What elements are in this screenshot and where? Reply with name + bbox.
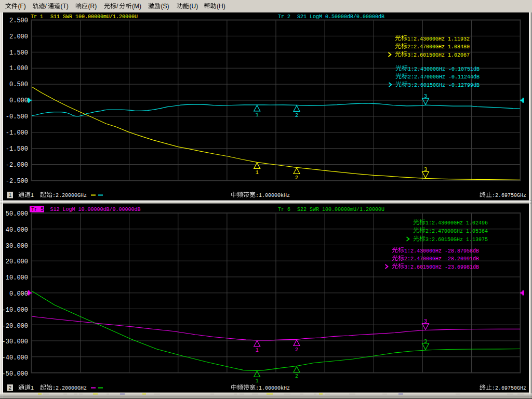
svg-text:2: 2: [295, 347, 298, 353]
svg-text:-10.000: -10.000: [2, 307, 28, 314]
svg-text:2: 2: [8, 385, 11, 391]
svg-text:2: 2: [295, 113, 298, 118]
svg-text:-2.000: -2.000: [6, 162, 28, 169]
svg-text:0.000: 0.000: [9, 290, 28, 298]
svg-text:2: 2: [295, 175, 298, 181]
svg-text:-50.000: -50.000: [2, 370, 28, 378]
svg-text:(T): (T): [61, 3, 69, 10]
svg-text:1: 1: [31, 193, 34, 198]
svg-text:S12 LogM 10.00000dB/0.00000dB: S12 LogM 10.00000dB/0.00000dB: [50, 207, 141, 212]
svg-text:-30.000: -30.000: [2, 338, 28, 345]
svg-text:1: 1: [8, 193, 11, 198]
svg-text:(H): (H): [217, 3, 225, 10]
svg-text:(F): (F): [18, 3, 26, 10]
svg-text:20.000: 20.000: [6, 258, 28, 265]
svg-text:1: 1: [256, 170, 259, 176]
svg-text:1:2.43000GHz -0.10751dB: 1:2.43000GHz -0.10751dB: [408, 66, 480, 72]
svg-text:1: 1: [256, 348, 259, 353]
svg-text:Tr 6: Tr 6: [278, 207, 290, 212]
svg-text:-20.000: -20.000: [2, 323, 28, 330]
svg-text:-0.500: -0.500: [6, 113, 28, 121]
svg-text:30.000: 30.000: [6, 243, 28, 250]
svg-text::1.00000kHz: :1.00000kHz: [256, 193, 290, 198]
svg-text::2.69750GHz: :2.69750GHz: [492, 385, 526, 391]
svg-text:2:2.47000GHz -28.20991dB: 2:2.47000GHz -28.20991dB: [404, 256, 479, 262]
svg-text:3:2.60150GHz -23.69981dB: 3:2.60150GHz -23.69981dB: [404, 264, 479, 270]
svg-text:-2.500: -2.500: [6, 178, 28, 185]
svg-text:S11 SWR 100.00000mU/1.20000U: S11 SWR 100.00000mU/1.20000U: [50, 14, 138, 20]
svg-text:(U): (U): [190, 3, 198, 10]
svg-text:2:2.47000GHz 1.05364: 2:2.47000GHz 1.05364: [425, 229, 488, 234]
svg-text:1.500: 1.500: [9, 49, 28, 57]
svg-text:10.000: 10.000: [6, 274, 28, 282]
svg-text:3:2.60150GHz -0.12799dB: 3:2.60150GHz -0.12799dB: [408, 83, 480, 88]
svg-text:(M): (M): [132, 3, 141, 10]
svg-text:S21 LogM 0.50000dB/0.00000dB: S21 LogM 0.50000dB/0.00000dB: [297, 14, 384, 20]
svg-text:1: 1: [256, 378, 259, 384]
svg-text:3: 3: [424, 318, 427, 324]
svg-text:-1.500: -1.500: [6, 145, 28, 153]
svg-text:50.000: 50.000: [6, 210, 28, 218]
svg-text:1:2.43000GHz -28.87958dB: 1:2.43000GHz -28.87958dB: [404, 248, 479, 254]
svg-text:1: 1: [256, 112, 259, 118]
svg-text:1.000: 1.000: [9, 65, 28, 72]
svg-text:2.000: 2.000: [9, 33, 28, 41]
svg-text:3: 3: [424, 94, 427, 99]
svg-text:0.500: 0.500: [9, 81, 28, 88]
svg-text:2: 2: [295, 374, 298, 379]
svg-text:Tr 5: Tr 5: [31, 207, 44, 212]
svg-text:-1.000: -1.000: [6, 129, 28, 137]
svg-text:3:2.60150GHz 1.13975: 3:2.60150GHz 1.13975: [425, 237, 488, 243]
svg-text:0.000: 0.000: [9, 97, 28, 104]
svg-text:Tr 2: Tr 2: [278, 14, 290, 20]
svg-text:Tr 1: Tr 1: [31, 14, 43, 20]
svg-text:2:2.47000GHz -0.11244dB: 2:2.47000GHz -0.11244dB: [408, 74, 480, 80]
svg-text:-40.000: -40.000: [2, 354, 28, 362]
svg-text:3: 3: [424, 339, 427, 344]
svg-text:3: 3: [424, 167, 427, 172]
svg-text:(S): (S): [161, 3, 169, 10]
svg-text:1: 1: [31, 385, 34, 391]
svg-text:40.000: 40.000: [6, 227, 28, 234]
svg-text:2:2.47000GHz 1.08480: 2:2.47000GHz 1.08480: [407, 44, 470, 50]
svg-text:1:2.43000GHz 1.02496: 1:2.43000GHz 1.02496: [425, 220, 488, 226]
svg-text:3:2.60150GHz 1.02067: 3:2.60150GHz 1.02067: [407, 52, 470, 58]
svg-text::2.69750GHz: :2.69750GHz: [492, 193, 526, 198]
svg-text:2.500: 2.500: [9, 17, 28, 24]
svg-text:S22 SWR 100.00000mU/1.20000U: S22 SWR 100.00000mU/1.20000U: [297, 207, 384, 212]
svg-text::2.20000GHz: :2.20000GHz: [52, 385, 87, 391]
svg-text::1.00000kHz: :1.00000kHz: [256, 385, 290, 391]
svg-text::2.20000GHz: :2.20000GHz: [52, 193, 87, 198]
svg-text:(R): (R): [88, 3, 97, 10]
svg-text:1:2.43000GHz 1.11932: 1:2.43000GHz 1.11932: [407, 36, 470, 42]
